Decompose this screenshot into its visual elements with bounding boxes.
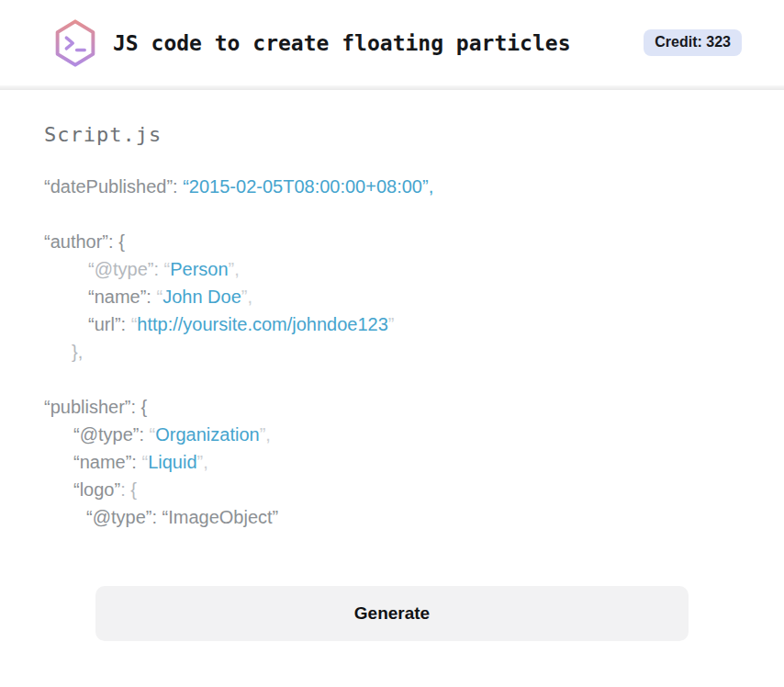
- file-title: Script.js: [44, 123, 740, 146]
- code-token: “name”: [73, 452, 131, 472]
- header: JS code to create floating particles Cre…: [0, 0, 784, 85]
- code-token: :: [121, 314, 131, 334]
- code-token: :: [139, 424, 149, 445]
- code-line: },: [44, 338, 740, 366]
- code-token: ”: [388, 314, 395, 334]
- code-token: “datePublished”:: [44, 176, 183, 197]
- code-line: “@type”: “ImageObject”: [44, 503, 740, 531]
- main-content: Script.js “datePublished”: “2015-02-05T0…: [0, 90, 784, 641]
- credit-value: 323: [706, 34, 731, 50]
- code-token: :: [120, 479, 130, 500]
- code-value: Person: [170, 259, 228, 279]
- code-token: “publisher”: {: [44, 397, 147, 417]
- code-line: “name”: “John Doe”,: [44, 283, 740, 310]
- code-token: ”,: [260, 424, 271, 445]
- page-title: JS code to create floating particles: [113, 31, 644, 55]
- code-token: ”,: [197, 452, 208, 472]
- code-output: “datePublished”: “2015-02-05T08:00:00+08…: [44, 173, 740, 531]
- code-line: “datePublished”: “2015-02-05T08:00:00+08…: [44, 173, 740, 200]
- generate-button[interactable]: Generate: [95, 586, 689, 641]
- terminal-hexagon-icon: [51, 17, 99, 69]
- code-token: ”,: [241, 287, 252, 307]
- code-value: “2015-02-05T08:00:00+08:00”,: [183, 176, 433, 197]
- code-token: },: [72, 342, 83, 362]
- code-line: “publisher”: {: [44, 393, 740, 421]
- code-value: John Doe: [162, 287, 241, 307]
- code-token: :: [153, 259, 163, 279]
- code-line: “@type”: “Person”,: [44, 255, 740, 283]
- app: JS code to create floating particles Cre…: [0, 0, 784, 687]
- code-token: “@type”: [73, 424, 139, 445]
- code-token: :: [131, 452, 141, 472]
- code-line: [44, 200, 740, 228]
- code-line: “@type”: “Organization”,: [44, 421, 740, 448]
- code-line: “name”: “Liquid”,: [44, 448, 740, 476]
- credit-label: Credit:: [655, 34, 702, 50]
- code-value: Liquid: [148, 452, 196, 472]
- code-token: “name”: [88, 287, 146, 307]
- code-token: “@type”: “ImageObject”: [86, 507, 278, 527]
- code-token: ”,: [229, 259, 240, 279]
- code-line: [44, 366, 740, 393]
- code-line: “logo”: {: [44, 476, 740, 503]
- code-token: {: [130, 479, 137, 500]
- code-line: “author”: {: [44, 228, 740, 255]
- code-token: “url”: [88, 314, 121, 334]
- code-token: “author”: {: [44, 231, 125, 252]
- code-token: “@type”: [88, 259, 153, 279]
- code-line: “url”: “http://yoursite.com/johndoe123”: [44, 310, 740, 338]
- code-token: :: [146, 287, 156, 307]
- credit-badge: Credit: 323: [644, 29, 742, 56]
- code-value: Organization: [155, 424, 259, 445]
- code-token: “logo”: [73, 479, 120, 500]
- code-value: http://yoursite.com/johndoe123: [137, 314, 388, 334]
